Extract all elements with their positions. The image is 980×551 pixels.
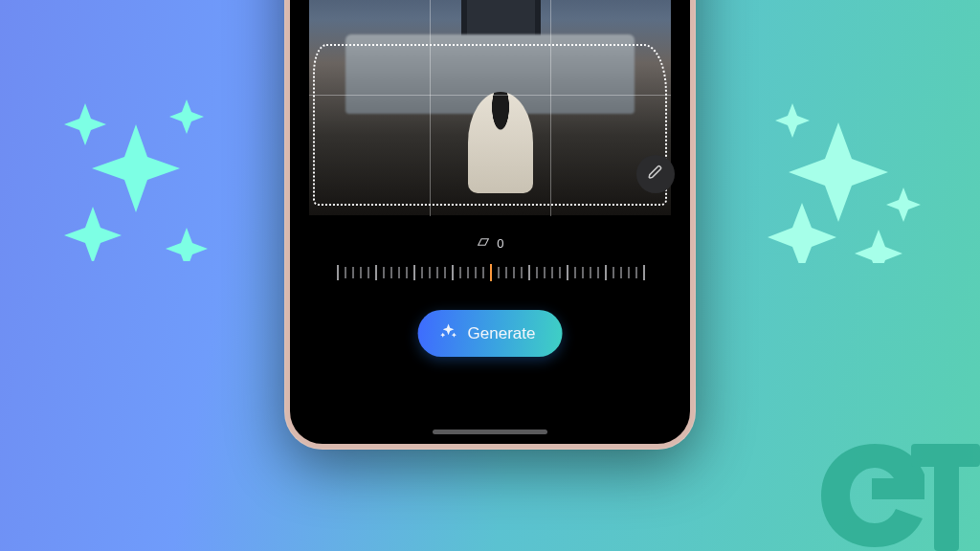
ruler-tick — [513, 267, 515, 278]
edit-selection-button[interactable] — [636, 155, 675, 193]
ruler-tick — [612, 267, 614, 278]
ruler-tick — [544, 267, 546, 278]
ruler-tick — [559, 267, 561, 278]
perspective-icon — [476, 235, 491, 252]
ruler-tick — [360, 267, 362, 278]
ruler-tick — [505, 267, 507, 278]
device-frame: 0 Generate — [284, 0, 696, 450]
ruler-tick — [352, 267, 354, 278]
ruler-tick — [398, 267, 400, 278]
angle-value: 0 — [497, 236, 504, 251]
ruler-tick — [337, 265, 339, 280]
ruler-tick — [498, 267, 500, 278]
ruler-tick — [345, 267, 346, 278]
ruler-tick — [429, 267, 431, 278]
ruler-tick — [582, 267, 584, 278]
ruler-tick — [536, 267, 538, 278]
ruler-tick — [521, 267, 523, 278]
ruler-tick — [383, 267, 385, 278]
ruler-tick — [368, 267, 369, 278]
photo-canvas[interactable] — [309, 0, 671, 216]
ruler-tick — [482, 267, 484, 278]
ruler-tick — [375, 265, 377, 280]
angle-readout: 0 — [476, 235, 504, 252]
grid-line — [550, 0, 551, 216]
ruler-tick — [528, 265, 530, 280]
ruler-tick — [406, 267, 408, 278]
generate-button[interactable]: Generate — [418, 310, 563, 357]
ruler-tick — [551, 267, 553, 278]
pencil-icon — [647, 164, 664, 185]
svg-rect-0 — [911, 444, 980, 467]
ruler-tick — [459, 267, 461, 278]
ruler-tick — [421, 267, 423, 278]
ruler-tick — [635, 267, 637, 278]
ruler-tick — [390, 267, 392, 278]
ruler-tick — [444, 267, 446, 278]
grid-line — [430, 0, 431, 216]
angle-controls: 0 — [290, 235, 690, 286]
decorative-sparkle-right — [764, 96, 926, 263]
ruler-tick — [452, 265, 454, 280]
watermark-logo — [817, 436, 980, 551]
ruler-tick — [567, 265, 568, 280]
device-screen: 0 Generate — [290, 0, 690, 444]
ruler-tick — [475, 267, 477, 278]
ruler-tick — [628, 267, 630, 278]
grid-line — [309, 95, 671, 96]
app-promo-stage: 0 Generate — [0, 0, 980, 551]
sparkle-icon — [439, 321, 458, 345]
ruler-tick — [597, 267, 599, 278]
ruler-tick — [620, 267, 622, 278]
angle-ruler[interactable] — [337, 261, 643, 286]
ruler-tick — [605, 265, 607, 280]
ruler-tick — [413, 265, 415, 280]
ruler-tick — [590, 267, 591, 278]
photo-content — [309, 0, 671, 216]
ruler-tick — [490, 264, 492, 281]
home-indicator — [433, 430, 547, 434]
ruler-tick — [574, 267, 576, 278]
ruler-tick — [643, 265, 645, 280]
decorative-sparkle-left — [55, 94, 217, 261]
photo-person — [468, 92, 533, 193]
svg-rect-1 — [934, 444, 959, 551]
ruler-tick — [436, 267, 438, 278]
ruler-tick — [467, 267, 469, 278]
generate-button-label: Generate — [468, 324, 536, 343]
